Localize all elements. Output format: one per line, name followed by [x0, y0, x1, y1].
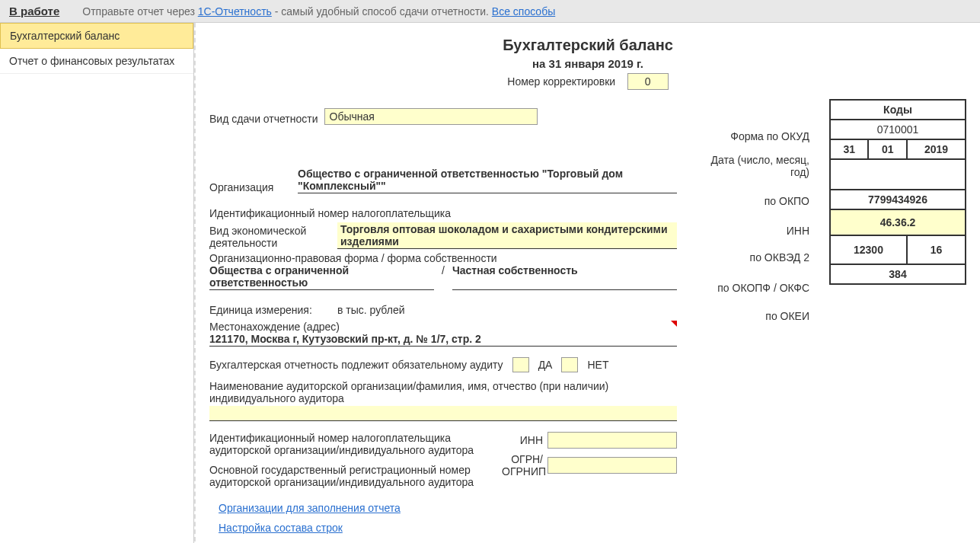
correction-label: Номер корректировки — [507, 75, 615, 88]
code-inn-value: 7799434926 — [830, 190, 966, 209]
audit-no-label: НЕТ — [587, 359, 608, 371]
ownership-value: Частная собственность — [452, 264, 677, 290]
code-date-month: 01 — [868, 139, 906, 159]
okopf-label: по ОКОПФ / ОКФС — [694, 273, 812, 303]
auditor-name-label: Наименование аудиторской организации/фам… — [209, 380, 608, 404]
audit-yes-checkbox[interactable] — [512, 357, 529, 372]
auditor-inn-short-label: ИНН — [502, 434, 547, 446]
topbar: В работе Отправьте отчет через 1С-Отчетн… — [0, 0, 980, 23]
auditor-ogrn-input[interactable] — [547, 457, 677, 474]
topbar-info-suffix: - самый удобный способ сдачи отчетности. — [272, 5, 492, 18]
legal-form-value: Общества с ограниченной ответственностью — [209, 264, 434, 290]
okopf-value: 12300 — [830, 235, 907, 264]
org-value: Общество с ограниченной ответственностью… — [298, 168, 677, 193]
link-rows-setup[interactable]: Настройка состава строк — [219, 522, 343, 534]
taxpayer-id-label: Идентификационный номер налогоплательщик… — [209, 207, 451, 219]
auditor-inn-label: Идентификационный номер налогоплательщик… — [209, 432, 493, 456]
sidebar-item-balance[interactable]: Бухгалтерский баланс — [0, 23, 193, 49]
okved-label: по ОКВЭД 2 — [694, 244, 812, 271]
address-value[interactable]: 121170, Москва г, Кутузовский пр-кт, д. … — [209, 333, 677, 347]
document-content: Бухгалтерский баланс на 31 января 2019 г… — [194, 23, 980, 543]
okfs-value: 16 — [907, 235, 966, 264]
topbar-info: Отправьте отчет через 1С-Отчетность - са… — [82, 5, 555, 18]
codes-header: Коды — [830, 100, 966, 120]
report-type-label: Вид сдачи отчетности — [209, 113, 318, 125]
auditor-name-input[interactable] — [209, 406, 677, 421]
org-label: Организация — [209, 181, 292, 193]
audit-no-checkbox[interactable] — [561, 357, 578, 372]
code-inn-label: ИНН — [694, 219, 812, 242]
code-date-day: 31 — [830, 139, 868, 159]
audit-label: Бухгалтерская отчетность подлежит обязат… — [209, 359, 503, 371]
correction-value[interactable]: 0 — [627, 73, 669, 90]
okved-value[interactable]: 46.36.2 — [830, 209, 966, 235]
okpo-value — [830, 159, 966, 190]
okud-value: 0710001 — [830, 120, 966, 139]
dropdown-corner-icon[interactable] — [671, 321, 677, 327]
doc-title: Бухгалтерский баланс — [209, 37, 966, 54]
topbar-info-prefix: Отправьте отчет через — [82, 5, 197, 18]
report-type-value[interactable]: Обычная — [324, 108, 538, 125]
audit-yes-label: ДА — [538, 359, 553, 371]
unit-value: в тыс. рублей — [337, 304, 405, 316]
okei-label: по ОКЕИ — [694, 305, 812, 327]
okud-label: Форма по ОКУД — [694, 125, 812, 148]
auditor-ogrn-short-label: ОГРН/ ОГРНИП — [502, 453, 547, 478]
auditor-inn-input[interactable] — [547, 432, 677, 449]
activity-label: Вид экономической деятельности — [209, 225, 331, 249]
okei-value: 384 — [830, 264, 966, 284]
legal-form-label: Организационно-правовая форма / форма со… — [209, 252, 497, 264]
link-all-methods[interactable]: Все способы — [492, 5, 555, 18]
link-1c-reporting[interactable]: 1С-Отчетность — [198, 5, 272, 18]
sidebar-item-financial-results[interactable]: Отчет о финансовых результатах — [0, 49, 193, 74]
correction-row: Номер корректировки 0 — [209, 73, 966, 90]
okpo-label: по ОКПО — [694, 184, 812, 218]
sidebar: Бухгалтерский баланс Отчет о финансовых … — [0, 23, 194, 543]
status-link[interactable]: В работе — [9, 5, 59, 18]
unit-label: Единица измерения: — [209, 304, 331, 316]
codes-table: Коды 0710001 31 01 2019 7799434926 46.36… — [829, 99, 966, 285]
link-orgs-for-report[interactable]: Организации для заполнения отчета — [219, 502, 401, 514]
codes-labels-column: Форма по ОКУД Дата (число, месяц, год) п… — [692, 99, 814, 329]
code-date-year: 2019 — [907, 139, 966, 159]
auditor-ogrn-label: Основной государственный регистрационный… — [209, 464, 493, 488]
code-date-label: Дата (число, месяц, год) — [694, 149, 812, 183]
address-label: Местонахождение (адрес) — [209, 321, 340, 333]
activity-value[interactable]: Торговля оптовая шоколадом и сахаристыми… — [337, 222, 677, 249]
doc-date: на 31 января 2019 г. — [209, 57, 966, 70]
